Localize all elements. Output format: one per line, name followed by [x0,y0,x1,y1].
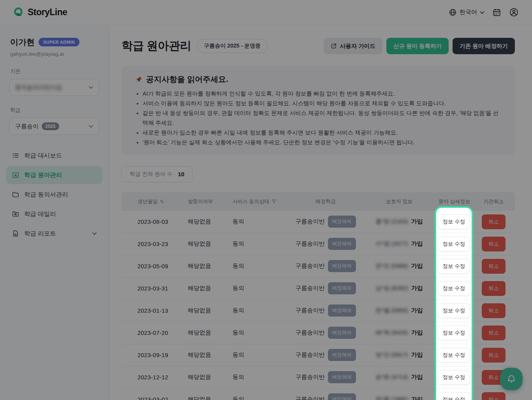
edit-info-button[interactable]: 정보 수정 [438,348,470,363]
edit-info-button[interactable]: 정보 수정 [438,392,470,400]
tutorial-spotlight-edit-column: 정보 수정정보 수정정보 수정정보 수정정보 수정정보 수정정보 수정정보 수정… [435,206,473,400]
edit-info-button[interactable]: 정보 수정 [438,237,470,251]
edit-info-button[interactable]: 정보 수정 [438,303,470,318]
spotlight-row: 정보 수정 [436,278,472,300]
spotlight-row: 정보 수정 [436,211,472,233]
edit-info-button[interactable]: 정보 수정 [438,370,470,385]
edit-info-button[interactable]: 정보 수정 [438,214,470,229]
spotlight-row: 정보 수정 [436,344,472,366]
edit-info-button[interactable]: 정보 수정 [438,259,470,274]
spotlight-row: 정보 수정 [436,255,472,278]
spotlight-row: 정보 수정 [436,366,472,389]
spotlight-row: 정보 수정 [436,300,472,322]
spotlight-row: 정보 수정 [436,233,472,255]
spotlight-row: 정보 수정 [436,389,472,400]
spotlight-row: 정보 수정 [436,322,472,344]
edit-info-button[interactable]: 정보 수정 [438,281,470,296]
edit-info-button[interactable]: 정보 수정 [438,326,470,340]
